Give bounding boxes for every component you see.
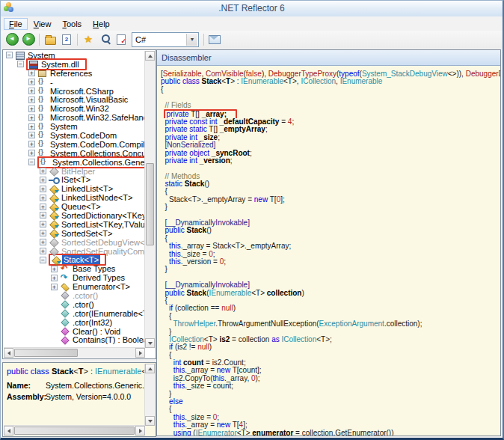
class-icon xyxy=(49,211,58,219)
tree-item[interactable]: +.ctor(IEnumerable<T>) xyxy=(4,309,145,318)
tree-item[interactable]: +LinkedListNode<T> xyxy=(4,193,145,202)
code-line: // Fields xyxy=(161,102,500,109)
expand-icon[interactable]: + xyxy=(40,195,46,201)
expand-icon[interactable]: + xyxy=(40,230,46,236)
tree-item[interactable]: +Base Types xyxy=(4,264,145,273)
expand-icon[interactable]: + xyxy=(28,132,35,138)
language-dropdown[interactable]: C# ▼ xyxy=(132,32,199,47)
expand-icon[interactable]: + xyxy=(40,239,46,245)
chevron-down-icon[interactable]: ▼ xyxy=(186,34,197,46)
info-row-label: Assembly: xyxy=(7,392,46,401)
tree-horizontal-scrollbar[interactable] xyxy=(4,347,145,358)
expand-icon[interactable]: + xyxy=(28,88,35,94)
tree-item-label: SortedSetDebugView<T> xyxy=(60,238,145,247)
analyzer-button[interactable] xyxy=(114,32,129,46)
scroll-up-button[interactable] xyxy=(145,51,155,61)
tree-item[interactable]: +.cctor() xyxy=(4,291,145,300)
tree-item[interactable]: −System.Collections.Generic xyxy=(4,158,145,167)
tree-item[interactable]: +SortedSet<T> xyxy=(4,229,145,238)
expand-icon[interactable]: + xyxy=(51,275,58,281)
expand-icon[interactable]: + xyxy=(40,212,46,219)
tree-item[interactable]: +- xyxy=(4,78,145,87)
scrollbar-thumb[interactable] xyxy=(14,427,135,435)
forward-button[interactable]: ► xyxy=(21,32,36,46)
search-button[interactable] xyxy=(97,32,112,46)
code-line: { xyxy=(161,297,500,305)
tree-item-label: SortedDictionary<TKey,TValue> xyxy=(60,211,145,220)
scroll-up-button[interactable] xyxy=(145,364,155,373)
expand-icon[interactable]: + xyxy=(40,204,46,210)
collapse-icon[interactable]: − xyxy=(28,159,35,165)
expand-icon[interactable]: + xyxy=(28,114,35,121)
tree-item[interactable]: +System.CodeDom xyxy=(4,131,145,140)
tree-item-label: .ctor() xyxy=(71,300,96,309)
tree-item-label: System.Collections.Generic xyxy=(51,158,145,167)
collapse-icon[interactable]: − xyxy=(6,52,13,58)
refresh-button[interactable]: 2 xyxy=(59,32,74,46)
scroll-left-button[interactable] xyxy=(4,426,13,436)
back-button[interactable]: ◄ xyxy=(4,32,19,46)
tree-item[interactable]: −System.dll xyxy=(4,60,145,69)
menu-item-file[interactable]: File xyxy=(4,18,28,30)
expand-icon[interactable]: + xyxy=(28,70,35,76)
tree-item[interactable]: +Clear() : Void xyxy=(4,327,145,336)
tree-item[interactable]: +.ctor(Int32) xyxy=(4,318,145,327)
code-line: { xyxy=(161,352,500,359)
tree-item[interactable]: +.ctor() xyxy=(4,300,145,309)
scroll-right-button[interactable] xyxy=(135,426,145,436)
tree-item[interactable]: +Derived Types xyxy=(4,273,145,282)
open-button[interactable] xyxy=(43,32,58,46)
expand-icon[interactable]: + xyxy=(28,97,35,103)
menu-item-tools[interactable]: Tools xyxy=(57,18,87,30)
expand-icon[interactable]: + xyxy=(51,266,58,272)
expand-icon[interactable]: + xyxy=(28,123,35,130)
selection-info: public class Stack<T> : IEnumerable<T>, … xyxy=(4,364,145,426)
tree-item[interactable]: +Queue<T> xyxy=(4,202,145,211)
tree-item[interactable]: +Enumerator<T> xyxy=(4,282,145,291)
scrollbar-thumb[interactable] xyxy=(14,349,78,357)
selection-info-panel: public class Stack<T> : IEnumerable<T>, … xyxy=(2,362,156,437)
tree-item[interactable]: +Microsoft.Win32.SafeHandles xyxy=(4,113,145,122)
tree-item[interactable]: −Stack<T> xyxy=(4,255,145,264)
expand-icon[interactable]: + xyxy=(51,284,58,290)
expand-icon[interactable]: + xyxy=(40,248,46,254)
tree-vertical-scrollbar[interactable] xyxy=(144,51,155,348)
info-vertical-scrollbar[interactable] xyxy=(144,364,155,426)
tree-item[interactable]: +System xyxy=(4,122,145,131)
scroll-down-button[interactable] xyxy=(145,416,155,426)
code-line: private const int _defaultCapacity = 4; xyxy=(161,118,500,126)
toolbar-separator xyxy=(77,34,78,46)
expand-icon[interactable]: + xyxy=(40,221,46,227)
code-line: } xyxy=(161,204,500,211)
collapse-icon[interactable]: − xyxy=(17,61,24,67)
menu-item-help[interactable]: Help xyxy=(87,18,115,30)
tree-item[interactable]: +Microsoft.VisualBasic xyxy=(4,95,145,104)
tree-item[interactable]: +ISet<T> xyxy=(4,175,145,184)
scroll-left-button[interactable] xyxy=(4,348,13,358)
tree-item[interactable]: +Microsoft.Win32 xyxy=(4,104,145,113)
expand-icon[interactable]: + xyxy=(28,79,35,85)
expand-icon[interactable]: + xyxy=(28,141,35,147)
scroll-down-button[interactable] xyxy=(145,338,155,348)
tree-item[interactable]: +Microsoft.CSharp xyxy=(4,87,145,96)
tree-item[interactable]: +LinkedList<T> xyxy=(4,184,145,193)
expand-icon[interactable]: + xyxy=(40,177,46,183)
namespace-icon xyxy=(37,140,47,148)
tree-item[interactable]: +References xyxy=(4,69,145,78)
menu-item-view[interactable]: View xyxy=(28,18,57,30)
tree-item[interactable]: +SortedDictionary<TKey,TValue> xyxy=(4,211,145,220)
tree-item[interactable]: +SortedSetDebugView<T> xyxy=(4,238,145,247)
scroll-right-button[interactable] xyxy=(135,348,145,358)
tree-item[interactable]: +System.CodeDom.Compiler xyxy=(4,140,145,149)
expand-icon[interactable]: + xyxy=(40,168,46,174)
scrollbar-thumb[interactable] xyxy=(146,163,154,245)
expand-icon[interactable]: + xyxy=(28,150,35,156)
expand-icon[interactable]: + xyxy=(28,106,35,112)
tree-item[interactable]: +SortedList<TKey,TValue> xyxy=(4,220,145,229)
collapse-icon[interactable]: − xyxy=(40,257,46,263)
feedback-button[interactable] xyxy=(207,32,222,46)
tree-item[interactable]: +Contains(T) : Boolean xyxy=(4,336,145,345)
expand-icon[interactable]: + xyxy=(40,186,46,192)
info-horizontal-scrollbar[interactable] xyxy=(4,425,145,436)
favorites-button[interactable]: ★ xyxy=(81,32,96,46)
